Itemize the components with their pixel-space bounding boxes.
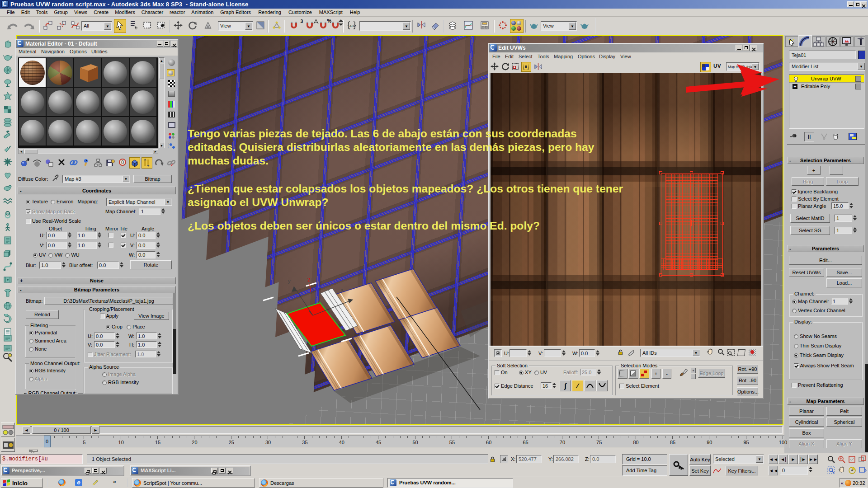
svg-text:ABC: ABC bbox=[349, 24, 356, 28]
svg-text:2: 2 bbox=[307, 277, 310, 282]
svg-text:x: x bbox=[341, 287, 344, 292]
svg-text:y: y bbox=[288, 278, 291, 284]
svg-text:0: 0 bbox=[121, 160, 124, 165]
